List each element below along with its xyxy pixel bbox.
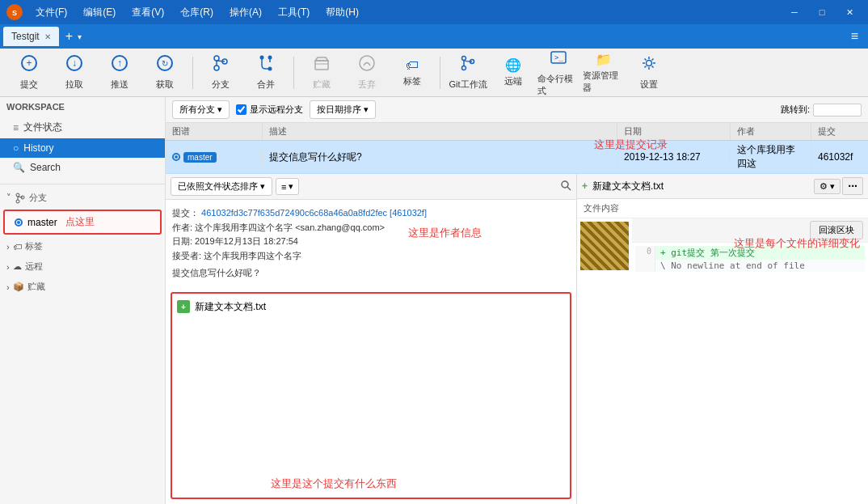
svg-point-16 <box>268 56 272 60</box>
tab-dropdown-icon[interactable]: ▾ <box>78 32 82 41</box>
svg-line-33 <box>567 187 571 190</box>
commit-detail-panel: 已依照文件状态排序 ▾ ≡ ▾ <box>166 174 577 504</box>
search-small-icon[interactable] <box>560 180 571 193</box>
remote-label: 远端 <box>504 75 522 87</box>
bottom-section: 已依照文件状态排序 ▾ ≡ ▾ <box>166 174 868 504</box>
branch-master-item[interactable]: master 点这里 <box>3 210 162 235</box>
push-icon: ↑ <box>111 54 129 76</box>
tab-close-icon[interactable]: ✕ <box>44 32 51 41</box>
rollback-button[interactable]: 回滚区块 <box>810 221 863 239</box>
tab-bar: Testgit ✕ + ▾ ≡ <box>0 24 868 49</box>
commit-receiver-line: 接受者: 这个库我用李四这个名字 <box>172 249 570 264</box>
commit-file-list: + 新建文本文档.txt <box>171 292 571 499</box>
tags-icon: 🏷 <box>13 242 22 252</box>
jump-to-input[interactable] <box>813 104 862 116</box>
menu-file[interactable]: 文件(F) <box>29 4 74 21</box>
remote-button[interactable]: 🌐 远端 <box>492 53 534 93</box>
sidebar-item-search[interactable]: 🔍 Search <box>0 158 165 177</box>
commit-date-line: 日期: 2019年12月13日 18:27:54 <box>172 235 570 249</box>
file-list-item[interactable]: + 新建文本文档.txt <box>177 299 565 316</box>
jump-to-label: 跳转到: <box>781 104 810 116</box>
tag-button[interactable]: 🏷 标签 <box>391 53 433 93</box>
commit-row[interactable]: master 提交信息写什么好呢? 2019-12-13 18:27 这个库我用… <box>166 141 868 174</box>
new-tab-button[interactable]: + ▾ <box>59 29 88 44</box>
menu-edit[interactable]: 编辑(E) <box>77 4 122 21</box>
sidebar-item-label-file-status: 文件状态 <box>23 121 62 134</box>
diff-more-button[interactable]: ··· <box>842 177 863 195</box>
all-branches-dropdown[interactable]: 所有分支 ▾ <box>172 100 230 119</box>
col-header-commit: 提交 <box>811 123 868 140</box>
discard-button[interactable]: 丢弃 <box>346 53 388 93</box>
toolbar-divider-3 <box>440 57 440 89</box>
commit-info: 提交： 461032fd3c77f635d72490c6c68a46a0a8fd… <box>166 200 576 287</box>
hamburger-menu-button[interactable]: ≡ <box>845 29 865 44</box>
commit-icon: + <box>20 54 38 76</box>
branches-dropdown-icon: ▾ <box>217 104 222 115</box>
branch-master-label: master <box>27 217 57 228</box>
stash-button[interactable]: 贮藏 <box>301 53 343 93</box>
commit-full-hash: 461032fd3c77f635d72490c6c68a46a0a8fd2fec… <box>201 208 427 218</box>
gitflow-button[interactable]: Git工作流 <box>447 53 489 93</box>
close-button[interactable]: ✕ <box>837 4 862 20</box>
remote-section-icon: ☁ <box>13 261 22 272</box>
svg-text:↻: ↻ <box>162 59 168 68</box>
commit-button[interactable]: + 提交 <box>8 53 50 93</box>
svg-point-32 <box>562 181 568 188</box>
branch-section-header[interactable]: ˅ 分支 <box>0 188 165 208</box>
all-branches-label: 所有分支 <box>179 104 215 116</box>
pull-button[interactable]: ↓ 拉取 <box>53 53 95 93</box>
svg-text:↑: ↑ <box>117 57 122 69</box>
sort-by-status-dropdown[interactable]: 已依照文件状态排序 ▾ <box>171 177 272 196</box>
fetch-button[interactable]: ↻ 获取 <box>144 53 186 93</box>
merge-button[interactable]: 合并 <box>245 53 287 93</box>
diff-line-content-0: + git提交 第一次提交 <box>655 246 760 260</box>
tags-collapse-icon: › <box>6 242 10 252</box>
sort-status-icon: ▾ <box>260 181 265 192</box>
remote-icon: 🌐 <box>505 57 521 73</box>
diff-settings-button[interactable]: ⚙ ▾ <box>814 179 841 194</box>
commit-date-cell: 2019-12-13 18:27 <box>617 149 731 165</box>
menu-action[interactable]: 操作(A) <box>223 4 268 21</box>
tab-testgit[interactable]: Testgit ✕ <box>3 27 59 46</box>
remote-collapse-icon: › <box>6 262 10 272</box>
maximize-button[interactable]: □ <box>810 4 834 20</box>
discard-icon <box>358 54 376 76</box>
sort-dropdown[interactable]: 按日期排序 ▾ <box>310 100 376 119</box>
tags-section-header[interactable]: › 🏷 标签 <box>0 236 165 256</box>
svg-point-10 <box>214 56 219 61</box>
push-label: 推送 <box>111 78 129 91</box>
merge-label: 合并 <box>257 78 275 91</box>
stash-section-header[interactable]: › 📦 贮藏 <box>0 277 165 297</box>
sidebar-item-history[interactable]: ○ History <box>0 138 165 158</box>
sidebar-item-file-status[interactable]: ≡ 文件状态 <box>0 116 165 138</box>
svg-point-21 <box>462 66 466 70</box>
menu-help[interactable]: 帮助(H) <box>319 4 365 21</box>
settings-button[interactable]: 设置 <box>628 53 670 93</box>
svg-rect-18 <box>315 61 328 70</box>
branch-icon <box>212 54 230 76</box>
diff-file-name: 新建文本文档.txt <box>592 180 664 193</box>
sidebar-item-label-search: Search <box>30 162 61 173</box>
branch-section-label: 分支 <box>29 192 47 204</box>
minimize-button[interactable]: ─ <box>782 4 807 20</box>
view-mode-dropdown[interactable]: ≡ ▾ <box>276 178 299 195</box>
file-added-icon: + <box>177 300 190 313</box>
menu-view[interactable]: 查看(V) <box>125 4 171 21</box>
merge-icon <box>257 54 275 76</box>
col-header-desc: 描述 <box>263 123 617 140</box>
branch-button[interactable]: 分支 <box>200 53 242 93</box>
menu-tools[interactable]: 工具(T) <box>272 4 316 21</box>
branch-tag: master <box>183 152 217 163</box>
menu-repo[interactable]: 仓库(R) <box>174 4 220 21</box>
remote-section-header[interactable]: › ☁ 远程 <box>0 256 165 277</box>
terminal-button[interactable]: >_ 命令行模式 <box>537 53 579 93</box>
sort-label: 按日期排序 <box>317 104 361 116</box>
show-remote-input[interactable] <box>236 104 246 115</box>
explorer-button[interactable]: 📁 资源管理器 <box>583 53 625 93</box>
tag-icon: 🏷 <box>406 58 419 73</box>
discard-label: 丢弃 <box>358 78 376 91</box>
diff-line-0: 0 + git提交 第一次提交 <box>635 246 865 260</box>
push-button[interactable]: ↑ 推送 <box>99 53 141 93</box>
show-remote-checkbox[interactable]: 显示远程分支 <box>236 104 303 116</box>
branch-annotation-text: 点这里 <box>65 215 95 229</box>
